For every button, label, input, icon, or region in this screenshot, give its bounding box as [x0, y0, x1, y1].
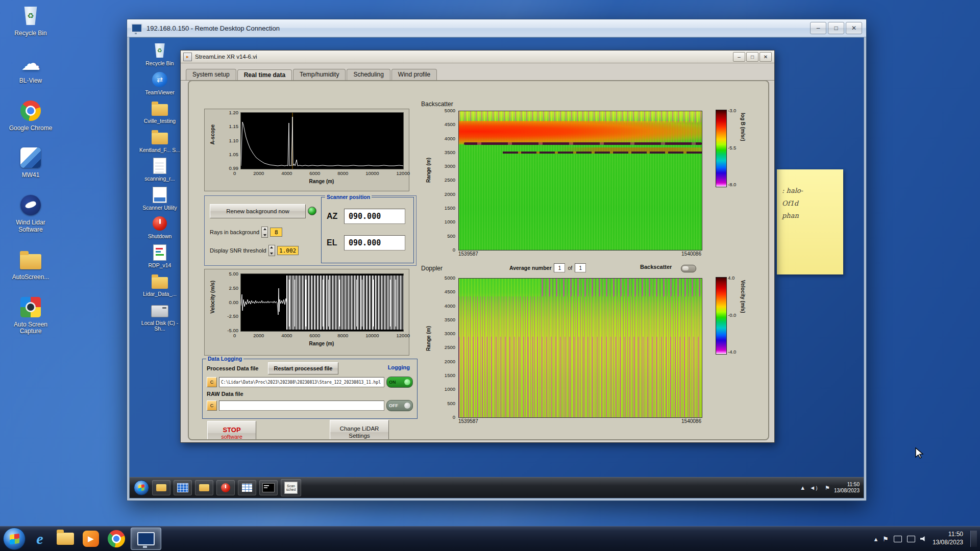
- remote-icon-cville-testing[interactable]: Cville_testing: [137, 99, 183, 124]
- tab-system-setup[interactable]: System setup: [186, 69, 236, 80]
- clock[interactable]: 11:50 13/08/2023: [933, 531, 963, 546]
- app-button-folder[interactable]: [195, 480, 213, 495]
- remote-icon-shutdown[interactable]: Shutdown: [137, 215, 183, 240]
- remote-icon-scanner-utility[interactable]: Scanner Utility: [137, 186, 183, 211]
- hidden-icons-arrow[interactable]: ▲: [800, 485, 805, 491]
- streamline-titlebar[interactable]: ▸ StreamLine XR v14-6.vi – □ ✕: [181, 51, 774, 63]
- network-icon[interactable]: [907, 536, 915, 542]
- drive-selector[interactable]: C: [207, 377, 217, 387]
- el-value-field[interactable]: 090.000: [344, 235, 405, 251]
- icon-label: RDP_v14: [149, 263, 172, 269]
- remote-icon-recycle-bin[interactable]: ♻ Recycle Bin: [137, 42, 183, 67]
- desktop-icon-auto-screen-capture[interactable]: Auto Screen Capture: [5, 295, 56, 336]
- stop-software-button[interactable]: STOP software: [207, 421, 256, 440]
- doppler-colorbar-label: Velocity (m/s): [740, 280, 746, 313]
- data-logging-group: Data Logging Processed Data file Restart…: [202, 359, 418, 419]
- app-button-grid[interactable]: [238, 480, 256, 495]
- change-lidar-settings-button[interactable]: Change LiDAR Settings: [330, 420, 389, 440]
- remote-icon-lidar-data[interactable]: Lidar_Data_...: [137, 272, 183, 297]
- ascope-plot-area[interactable]: [240, 112, 404, 169]
- flag-icon[interactable]: ⚑: [825, 485, 830, 491]
- velocity-x-axis-label: Range (m): [240, 341, 403, 346]
- drive-selector[interactable]: C: [207, 400, 217, 411]
- internet-explorer-button[interactable]: e: [29, 528, 51, 550]
- desktop-icon-autoscreen[interactable]: AutoScreen...: [5, 248, 56, 281]
- minimize-button[interactable]: –: [810, 22, 826, 34]
- shutdown-icon: [221, 483, 230, 492]
- processed-logging-toggle[interactable]: ON: [386, 377, 413, 388]
- snr-value-field[interactable]: 1.002: [277, 246, 299, 255]
- average-number-field[interactable]: 1: [554, 263, 565, 272]
- scan-sched-button[interactable]: Scansched: [281, 479, 301, 496]
- grid-icon: [242, 484, 252, 492]
- explorer-button[interactable]: [152, 480, 170, 495]
- ascope-x-ticks: 020004000600080001000012000: [233, 170, 410, 176]
- rdp-titlebar[interactable]: 192.168.0.150 - Remote Desktop Connectio…: [127, 19, 866, 37]
- doppler-title: Doppler: [421, 265, 443, 272]
- doppler-colorbar: [716, 277, 727, 355]
- streamline-window-title: StreamLine XR v14-6.vi: [195, 54, 257, 60]
- backscatter-toggle[interactable]: [681, 265, 696, 272]
- desktop-icon-wind-lidar[interactable]: Wind Lidar Software: [5, 193, 56, 234]
- close-button[interactable]: ✕: [846, 22, 862, 34]
- remote-clock[interactable]: 11:50 13/08/2023: [834, 482, 860, 494]
- processed-path-field[interactable]: C:\Lidar\Data\Proc\2023\202308\20230813\…: [219, 377, 384, 387]
- desktop-icon-bl-view[interactable]: ☁ BL-View: [5, 52, 56, 85]
- streamline-window: ▸ StreamLine XR v14-6.vi – □ ✕ System se…: [180, 50, 775, 443]
- desktop-icon-google-chrome[interactable]: Google Chrome: [5, 99, 56, 132]
- remote-icon-teamviewer[interactable]: ⇄ TeamViewer: [137, 71, 183, 96]
- doppler-heatmap[interactable]: [458, 278, 702, 418]
- media-player-icon: ▶: [83, 531, 99, 547]
- explorer-button[interactable]: [54, 528, 77, 550]
- icon-label: Recycle Bin: [145, 61, 174, 67]
- az-value-field[interactable]: 090.000: [344, 209, 405, 224]
- renew-background-button[interactable]: Renew background now: [210, 204, 306, 218]
- console-button[interactable]: [259, 480, 278, 495]
- maximize-button[interactable]: □: [746, 52, 758, 62]
- remote-icon-scanning[interactable]: scanning_r...: [137, 157, 183, 182]
- average-of-field[interactable]: 1: [575, 263, 586, 272]
- raw-logging-toggle[interactable]: OFF: [386, 400, 413, 411]
- remote-icon-rdp-v14[interactable]: RDP_v14: [137, 244, 183, 269]
- remote-taskbar: Scansched ▲ ◄） ⚑ 11:50 13/08/2023: [130, 477, 864, 498]
- of-label: of: [568, 265, 572, 271]
- maximize-button[interactable]: □: [828, 22, 844, 34]
- scan-sched-icon: Scansched: [284, 482, 298, 494]
- velocity-plot[interactable]: Velocity (m/s) 5.002.500.00-2.50-5.00: [204, 269, 409, 356]
- shutdown-button[interactable]: [216, 480, 235, 495]
- start-orb[interactable]: [134, 480, 149, 495]
- tab-wind-profile[interactable]: Wind profile: [391, 69, 437, 80]
- velocity-plot-area[interactable]: [240, 273, 404, 332]
- ascope-plot[interactable]: A-scope 1.201.151.101.050.99 02000400060…: [204, 109, 409, 191]
- chrome-button[interactable]: [105, 528, 128, 550]
- desktop-icon-mw41[interactable]: MW41: [5, 146, 56, 179]
- media-player-button[interactable]: ▶: [80, 528, 102, 550]
- tab-real-time-data[interactable]: Real time data: [237, 69, 292, 81]
- snr-spinner[interactable]: [268, 245, 275, 256]
- action-center-flag-icon[interactable]: ⚑: [883, 535, 889, 543]
- display-icon[interactable]: [894, 536, 902, 542]
- sticky-note[interactable]: : halo- Of1d phan: [777, 169, 843, 274]
- desktop: ♻ Recycle Bin ☁ BL-View Google Chrome MW…: [0, 0, 980, 551]
- volume-icon[interactable]: [920, 536, 927, 542]
- remote-icon-kentland[interactable]: Kentland_F... S...: [137, 129, 183, 154]
- app-button-blue[interactable]: [174, 480, 192, 495]
- rays-value-field[interactable]: 8: [270, 228, 282, 237]
- volume-icon[interactable]: ◄）: [810, 484, 821, 492]
- tab-scheduling[interactable]: Scheduling: [347, 69, 390, 80]
- background-controls-group: Renew background now Rays in background …: [204, 195, 416, 266]
- restart-processed-file-button[interactable]: Restart processed file: [268, 362, 338, 374]
- hidden-icons-arrow[interactable]: ▴: [874, 535, 878, 543]
- backscatter-heatmap[interactable]: [458, 111, 702, 251]
- remote-desktop-icon-list: ♻ Recycle Bin ⇄ TeamViewer Cville_testin…: [137, 42, 183, 332]
- show-desktop-button[interactable]: [970, 531, 977, 546]
- rays-spinner[interactable]: [261, 227, 268, 238]
- close-button[interactable]: ✕: [760, 52, 772, 62]
- desktop-icon-recycle-bin[interactable]: ♻ Recycle Bin: [5, 4, 56, 37]
- remote-desktop-task-button[interactable]: [131, 528, 161, 550]
- raw-path-field[interactable]: [219, 400, 384, 411]
- tab-temp-humidity[interactable]: Temp/humidity: [293, 69, 346, 80]
- remote-icon-local-disk[interactable]: Local Disk (C) - Sh...: [137, 302, 183, 332]
- minimize-button[interactable]: –: [733, 52, 745, 62]
- start-orb[interactable]: [3, 528, 26, 550]
